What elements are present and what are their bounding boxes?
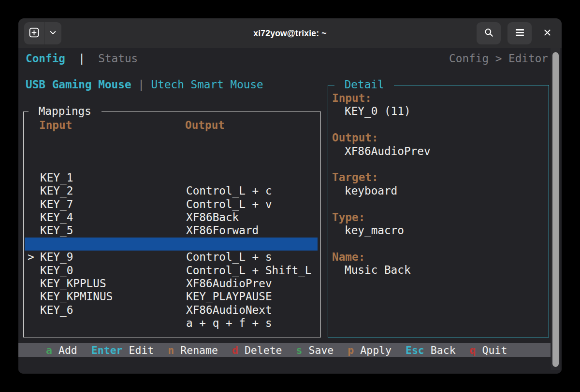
terminal-content: Config | Status Config > Editor USB Gami… bbox=[18, 48, 562, 374]
column-header-output: Output bbox=[185, 119, 225, 132]
hamburger-menu-icon bbox=[515, 28, 525, 38]
search-icon bbox=[484, 28, 494, 39]
cell-output: KEY_PLAYPAUSE bbox=[186, 290, 272, 303]
keybinding-key: s bbox=[296, 344, 303, 357]
keybinding-bar: aAdd EnterEdit nRename dDelete bbox=[18, 343, 551, 357]
tab-separator2 bbox=[85, 52, 98, 65]
tab-config[interactable]: Config bbox=[26, 52, 65, 65]
keybinding-hint[interactable]: aAdd bbox=[46, 344, 77, 357]
detail-field-value: KEY_0 (11) bbox=[328, 105, 549, 118]
keybinding-label: Delete bbox=[245, 344, 282, 357]
table-row[interactable]: > KEY_0 XF86AudioPrev bbox=[25, 238, 318, 251]
detail-field: Output: XF86AudioPrev bbox=[328, 131, 549, 171]
detail-fields: Input: KEY_0 (11) Output: XF86AudioPrev … bbox=[328, 92, 549, 277]
detail-field-label: Name: bbox=[328, 251, 549, 264]
detail-field: Name: Music Back bbox=[328, 251, 549, 277]
keybinding-hint[interactable]: pApply bbox=[348, 344, 392, 357]
detail-field-label: Output: bbox=[328, 131, 549, 144]
keybinding-label: Add bbox=[58, 344, 77, 357]
keybinding-label: Edit bbox=[129, 344, 154, 357]
keybinding-key: d bbox=[232, 344, 238, 357]
cell-input: KEY_6 bbox=[40, 304, 73, 317]
table-row[interactable]: KEY_8 Control_L + s bbox=[25, 211, 318, 224]
table-row[interactable]: KEY_KPPLUS KEY_PLAYPAUSE bbox=[25, 251, 318, 264]
keybinding-hint[interactable]: nRename bbox=[168, 344, 218, 357]
device-active[interactable]: USB Gaming Mouse bbox=[26, 78, 131, 91]
keybinding-hint[interactable]: qQuit bbox=[470, 344, 508, 357]
mapping-rows: KEY_1 Control_L + c KEY_2 Control_L + v bbox=[25, 145, 318, 290]
table-row[interactable]: KEY_4 XF86Forward bbox=[25, 184, 318, 197]
detail-field-value: keyboard bbox=[328, 184, 549, 197]
device-separator: | bbox=[138, 78, 145, 91]
breadcrumb: Config > Editor bbox=[449, 52, 548, 65]
menu-button[interactable] bbox=[508, 22, 532, 44]
app-tab-bar: Config | Status bbox=[26, 52, 138, 65]
detail-field: Type: key_macro bbox=[328, 211, 549, 251]
keybinding-label: Save bbox=[309, 344, 334, 357]
cell-output: a + q + f + s bbox=[186, 317, 272, 330]
detail-field-value: Music Back bbox=[328, 264, 549, 277]
table-row[interactable]: KEY_6 a + q + f + s bbox=[25, 277, 318, 290]
keybinding-key: Enter bbox=[91, 344, 123, 357]
search-button[interactable] bbox=[477, 22, 501, 44]
scrollbar-thumb[interactable] bbox=[552, 52, 559, 367]
table-row[interactable]: KEY_7 XF86Back bbox=[25, 171, 318, 184]
detail-field-value: key_macro bbox=[328, 224, 549, 237]
detail-field-label: Target: bbox=[328, 171, 549, 184]
detail-field-label: Input: bbox=[328, 92, 549, 105]
desktop-background: xi72yow@trixie: ~ bbox=[0, 0, 580, 392]
device-inactive[interactable]: Utech Smart Mouse bbox=[151, 78, 263, 91]
keybinding-key: n bbox=[168, 344, 174, 357]
keybinding-hint[interactable]: EscBack bbox=[406, 344, 456, 357]
mappings-panel: Mappings Input Output KEY_1 Control_L + … bbox=[23, 112, 321, 337]
detail-field-value: XF86AudioPrev bbox=[328, 145, 549, 158]
keybinding-label: Rename bbox=[180, 344, 218, 357]
terminal-window: xi72yow@trixie: ~ bbox=[18, 18, 562, 374]
window-actions bbox=[477, 22, 562, 44]
detail-field: Input: KEY_0 (11) bbox=[328, 92, 549, 131]
keybinding-label: Back bbox=[431, 344, 456, 357]
detail-field: Target: keyboard bbox=[328, 171, 549, 210]
keybinding-key: a bbox=[46, 344, 52, 357]
table-row[interactable]: KEY_9 Control_L + Shift_L bbox=[25, 224, 318, 237]
column-header-input: Input bbox=[39, 119, 72, 132]
keybinding-hint[interactable]: dDelete bbox=[232, 344, 282, 357]
keybinding-hint[interactable]: EnterEdit bbox=[91, 344, 154, 357]
table-row[interactable]: KEY_KPMINUS XF86AudioNext bbox=[25, 264, 318, 277]
keybinding-key: p bbox=[348, 344, 354, 357]
close-button[interactable] bbox=[538, 22, 556, 44]
keybinding-key: q bbox=[470, 344, 476, 357]
keybinding-label: Apply bbox=[360, 344, 392, 357]
device-selector: USB Gaming Mouse | Utech Smart Mouse bbox=[26, 78, 263, 91]
close-icon bbox=[543, 28, 552, 39]
detail-field-label: Type: bbox=[328, 211, 549, 224]
mappings-column-headers: Input Output bbox=[24, 119, 320, 132]
table-row[interactable]: KEY_1 Control_L + c bbox=[25, 145, 318, 158]
device-separator-space2 bbox=[145, 78, 151, 91]
detail-panel-title: Detail bbox=[334, 78, 394, 91]
tab-status[interactable]: Status bbox=[98, 52, 138, 65]
keybinding-key: Esc bbox=[406, 344, 424, 357]
cell-output: XF86AudioNext bbox=[186, 304, 272, 317]
table-row[interactable]: KEY_5 Control_L + Shift_L bbox=[25, 198, 318, 211]
device-separator-space bbox=[131, 78, 138, 91]
table-row[interactable]: KEY_2 Control_L + v bbox=[25, 158, 318, 171]
detail-panel: Detail Input: KEY_0 (11) Output: XF86Aud… bbox=[328, 85, 549, 337]
titlebar: xi72yow@trixie: ~ bbox=[18, 18, 562, 48]
tab-separator bbox=[65, 52, 78, 65]
keybinding-label: Quit bbox=[482, 344, 508, 357]
mappings-panel-title: Mappings bbox=[29, 105, 102, 118]
tab-separator-pipe: | bbox=[78, 52, 85, 65]
keybinding-hint[interactable]: sSave bbox=[296, 344, 334, 357]
